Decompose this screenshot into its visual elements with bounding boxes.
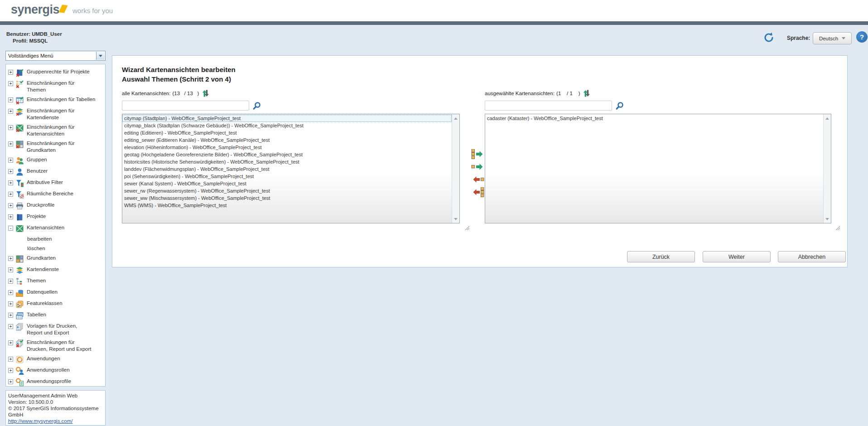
sidebar-item-einschraenkungen-themen[interactable]: +Einschränkungen für Themen [6,78,105,95]
move-selected-right-button[interactable] [471,162,485,172]
selected-list-item[interactable]: cadaster (Kataster) - WebOffice_SamplePr… [485,115,823,122]
restrict-print-icon [15,339,24,348]
resize-grip-icon[interactable] [835,226,840,230]
applications-icon [15,355,24,364]
scroll-up-button[interactable] [452,115,459,122]
available-list-item[interactable]: landdev (Flächenwidmungsplan) - WebOffic… [122,165,452,173]
available-list-item[interactable]: historicsites (Historische Sehenswürdigk… [122,158,452,165]
expand-plus-icon[interactable]: + [8,379,13,384]
sidebar-item-kartendienste[interactable]: +Kartendienste [6,265,105,276]
move-all-right-button[interactable] [471,149,485,159]
user-label: Benutzer: UMDB_User [6,31,62,38]
available-list-item[interactable]: editing_sewer (Editieren Kanäle) - WebOf… [122,136,452,144]
resize-grip-icon[interactable] [465,226,470,230]
sidebar-item-anwendungen[interactable]: +Anwendungen [6,354,105,365]
scroll-down-button[interactable] [452,215,459,223]
available-list-item[interactable]: citymap (Stadtplan) - WebOffice_SamplePr… [122,115,452,122]
expand-plus-icon[interactable]: + [8,290,13,295]
sidebar-item-einschraenkungen-kartenansichten[interactable]: +Einschränkungen für Kartenansichten [6,122,105,139]
expand-plus-icon[interactable]: + [8,203,13,208]
sidebar-item-kartenansichten[interactable]: -Kartenansichten [6,223,105,234]
sidebar-item-kartenansichten-loeschen[interactable]: löschen [6,244,105,253]
search-icon[interactable] [252,102,261,110]
available-list-item[interactable]: elevation (Höheninformation) - WebOffice… [122,144,452,151]
available-list-item[interactable]: sewer (Kanal System) - WebOffice_SampleP… [122,180,452,187]
sidebar-item-einschraenkungen-kartendienste[interactable]: +Einschränkungen für Kartendienste [6,106,105,122]
selected-search-input[interactable] [485,101,612,111]
expand-plus-icon[interactable]: + [8,180,13,185]
expand-plus-icon[interactable]: + [8,70,13,75]
expand-plus-icon[interactable]: + [8,313,13,318]
available-list-item[interactable]: citymap_black (Stadtplan (Schwarze Gebäu… [122,122,452,129]
available-search-input[interactable] [122,101,249,111]
language-dropdown[interactable]: Deutsch [813,32,852,44]
available-list-item[interactable]: sewer_ww (Mischwassersystem) - WebOffice… [122,194,452,202]
scroll-down-button[interactable] [824,215,831,223]
expand-plus-icon[interactable]: + [8,301,13,306]
synergis-logo: synergis [11,3,66,17]
sidebar-item-tabellen[interactable]: +Tabellen [6,310,105,321]
sidebar-item-einschraenkungen-tabellen[interactable]: +Einschränkungen für Tabellen [6,95,105,106]
sidebar-item-projekte[interactable]: +Projekte [6,212,105,223]
expand-plus-icon[interactable]: + [8,141,13,146]
synergis-link[interactable]: http://www.mysynergis.com/ [8,418,73,424]
sidebar-item-raeumliche-bereiche[interactable]: +Räumliche Bereiche [6,189,105,200]
sidebar-item-einschraenkungen-grundkarten[interactable]: +Einschränkungen für Grundkarten [6,139,105,155]
restrict-basemaps-icon [15,140,24,149]
expand-plus-icon[interactable]: + [8,81,13,86]
expand-plus-icon[interactable]: + [8,324,13,329]
expand-plus-icon[interactable]: + [8,97,13,102]
sidebar-item-anwendungsrollen[interactable]: +Anwendungsrollen [6,365,105,377]
expand-plus-icon[interactable]: + [8,158,13,163]
expand-plus-icon[interactable]: + [8,169,13,174]
sidebar-item-grundkarten[interactable]: +Grundkarten [6,253,105,265]
sidebar-item-vorlagen-drucken[interactable]: +Vorlagen für Drucken, Report und Export [6,321,105,338]
user-icon [15,168,24,176]
refresh-icon[interactable] [763,32,775,44]
sidebar-item-kartenansichten-bearbeiten[interactable]: bearbeiten [6,234,105,244]
move-selected-right-icon [471,162,485,172]
sidebar-item-einschraenkungen-drucken[interactable]: +Einschränkungen für Drucken, Report und… [6,338,105,354]
expand-plus-icon[interactable]: + [8,214,13,219]
selected-scrollbar[interactable] [823,114,831,223]
help-icon[interactable]: ? [856,31,868,43]
expand-plus-icon[interactable]: + [8,109,13,114]
sidebar-item-themen[interactable]: +Themen [6,276,105,287]
back-button[interactable]: Zurück [627,251,695,262]
scroll-up-button[interactable] [824,115,831,122]
next-button[interactable]: Weiter [703,251,771,262]
move-all-left-button[interactable] [471,187,485,197]
menu-mode-select[interactable]: Vollständiges Menü [5,51,106,61]
expand-plus-icon[interactable]: + [8,267,13,272]
available-scrollbar[interactable] [452,114,459,223]
sidebar-item-anwendungsprofile[interactable]: +Anwendungsprofile [6,377,105,387]
expand-plus-icon[interactable]: + [8,368,13,373]
sidebar-item-attributive-filter[interactable]: +Attributive Filter [6,178,105,189]
sort-icon[interactable] [583,90,592,97]
sidebar-item-datenquellen[interactable]: +Datenquellen [6,287,105,299]
sidebar-item-gruppenrechte-projekte[interactable]: +Gruppenrechte für Projekte [6,67,105,78]
available-list-item[interactable]: editing (Editieren) - WebOffice_SamplePr… [122,129,452,136]
selected-mapviews-listbox[interactable]: cadaster (Kataster) - WebOffice_SamplePr… [485,114,831,223]
expand-plus-icon[interactable]: + [8,125,13,130]
expand-plus-icon[interactable]: + [8,340,13,345]
available-list-item[interactable]: sewer_rw (Regenwassersystem) - WebOffice… [122,187,452,194]
sidebar-item-benutzer[interactable]: +Benutzer [6,166,105,178]
select-arrow-icon[interactable] [96,52,105,60]
cancel-button[interactable]: Abbrechen [778,251,846,262]
available-list-item[interactable]: geotag (Hochgeladene Georeferenzierte Bi… [122,151,452,158]
expand-plus-icon[interactable]: + [8,279,13,284]
sidebar-item-druckprofile[interactable]: +Druckprofile [6,200,105,212]
available-mapviews-listbox[interactable]: citymap (Stadtplan) - WebOffice_SamplePr… [122,114,460,223]
expand-plus-icon[interactable]: + [8,357,13,362]
sort-icon[interactable] [202,90,211,97]
available-list-item[interactable]: WMS (WMS) - WebOffice_SampleProject_test [122,202,452,209]
sidebar-item-gruppen[interactable]: +Gruppen [6,155,105,166]
collapse-minus-icon[interactable]: - [8,226,13,231]
expand-plus-icon[interactable]: + [8,256,13,261]
available-list-item[interactable]: poi (Sehenswürdigkeiten) - WebOffice_Sam… [122,173,452,180]
expand-plus-icon[interactable]: + [8,192,13,197]
search-icon[interactable] [615,102,624,110]
sidebar-item-featureklassen[interactable]: +Featureklassen [6,299,105,310]
move-selected-left-button[interactable] [471,174,485,184]
